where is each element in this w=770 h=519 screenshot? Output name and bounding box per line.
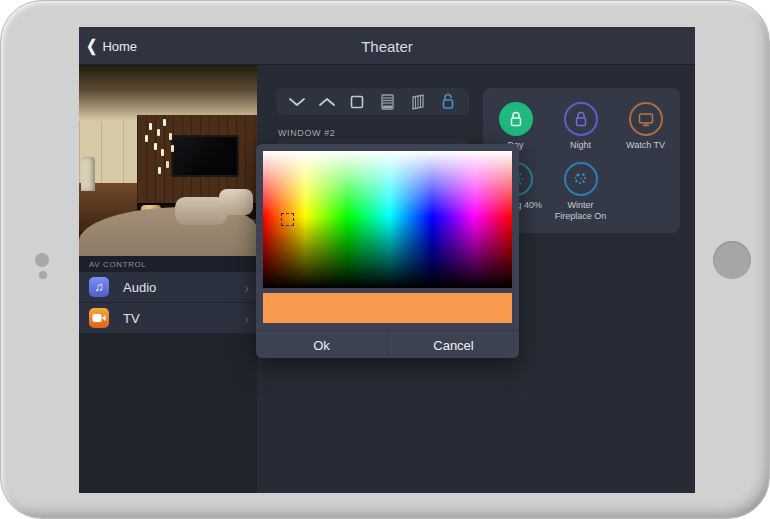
color-picker-dialog: Ok Cancel <box>256 144 519 358</box>
dialog-buttons: Ok Cancel <box>256 330 519 359</box>
scenario-night-label: Night <box>570 140 591 152</box>
shade-up-icon[interactable] <box>316 93 338 111</box>
scenario-winter-fireplace-label: Winter Fireplace On <box>548 200 613 223</box>
room-photo <box>79 65 257 256</box>
photo-pendant-lights <box>149 123 152 130</box>
back-chevron-icon: ❮ <box>86 38 97 54</box>
video-camera-icon <box>89 308 109 328</box>
lock-icon <box>574 111 588 128</box>
window1-controls <box>276 88 469 115</box>
color-gradient-field[interactable] <box>263 151 512 288</box>
page-title: Theater <box>79 27 695 65</box>
scenario-night: Night <box>548 96 613 152</box>
scenario-watch-tv: Watch TV <box>613 96 678 152</box>
scenario-day-button[interactable] <box>499 102 533 136</box>
av-control-header-label: AV CONTROL <box>89 260 146 269</box>
av-row-audio-label: Audio <box>123 280 244 295</box>
av-control-header: AV CONTROL <box>79 256 257 272</box>
blinds-tilt-icon[interactable] <box>407 93 429 111</box>
back-button[interactable]: ❮ Home <box>85 27 137 65</box>
photo-tv <box>171 135 239 177</box>
tablet-home-button[interactable] <box>713 241 751 279</box>
tablet-bezel: Theater ❮ Home <box>0 0 770 519</box>
tv-icon <box>638 112 654 127</box>
cancel-button[interactable]: Cancel <box>388 331 519 359</box>
photo-chair <box>81 157 95 191</box>
photo-pillow-2 <box>219 189 253 215</box>
back-label: Home <box>102 39 137 54</box>
scenario-watch-tv-button[interactable] <box>629 102 663 136</box>
lock-icon <box>509 111 523 128</box>
lock-open-icon[interactable] <box>437 93 459 111</box>
app-screen: Theater ❮ Home <box>79 27 695 493</box>
selected-color-swatch <box>263 293 512 323</box>
av-row-tv[interactable]: TV › <box>79 303 257 333</box>
av-row-audio[interactable]: ♫ Audio › <box>79 272 257 303</box>
blinds-icon[interactable] <box>377 93 399 111</box>
ok-button[interactable]: Ok <box>256 331 388 359</box>
snowflakes-icon <box>572 171 589 187</box>
left-column: AV CONTROL ♫ Audio › TV › <box>79 65 257 493</box>
screenshot-root: Theater ❮ Home <box>0 0 770 519</box>
chevron-right-icon: › <box>245 279 249 296</box>
shade-stop-icon[interactable] <box>346 93 368 111</box>
scenario-watch-tv-label: Watch TV <box>626 140 665 152</box>
chevron-right-icon: › <box>245 310 249 327</box>
scenario-winter-fireplace-button[interactable] <box>564 162 598 196</box>
bezel-dot-small <box>39 271 47 279</box>
av-row-tv-label: TV <box>123 311 244 326</box>
color-selection-marker[interactable] <box>281 213 294 226</box>
top-navigation-bar: Theater ❮ Home <box>79 27 695 65</box>
shade-down-icon[interactable] <box>286 93 308 111</box>
music-notes-icon: ♫ <box>89 277 109 297</box>
window2-label: WINDOW #2 <box>278 128 335 138</box>
scenario-night-button[interactable] <box>564 102 598 136</box>
bezel-dot-large <box>35 253 49 267</box>
scenario-winter-fireplace: Winter Fireplace On <box>548 156 613 223</box>
